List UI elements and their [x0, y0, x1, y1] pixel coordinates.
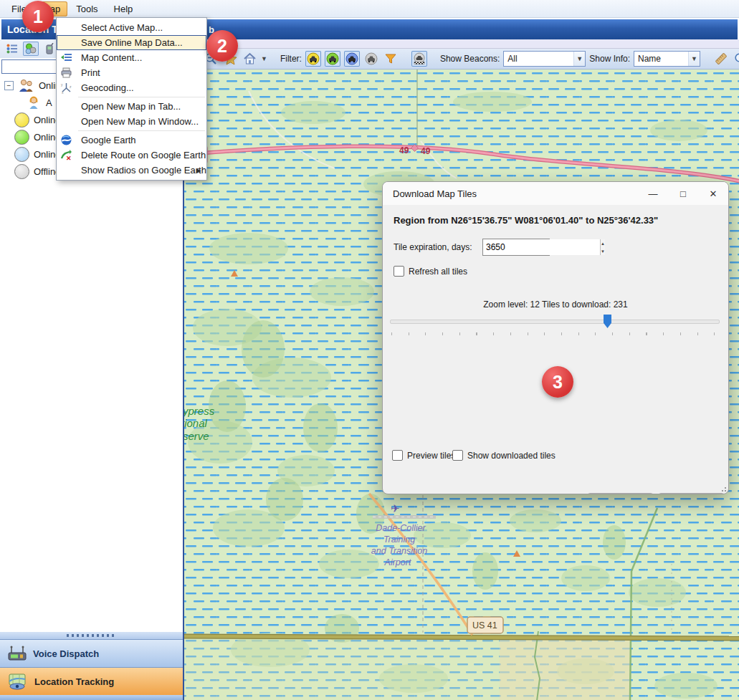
menu-separator [78, 130, 205, 131]
menu-tools[interactable]: Tools [69, 1, 105, 16]
minimize-button[interactable]: — [638, 182, 668, 205]
menu-item-label: Select Active Map... [81, 22, 163, 33]
show-routes-button[interactable] [411, 51, 427, 67]
filter-blue-vehicles-button[interactable] [344, 51, 360, 67]
menu-item-save-online-map-data[interactable]: Save Online Map Data... [57, 35, 206, 50]
dry-land-area [500, 639, 630, 700]
status-blue-icon [14, 147, 29, 162]
close-window-button[interactable]: ✕ [698, 182, 728, 205]
svg-text:z: z [70, 85, 72, 89]
info-dropdown[interactable]: Name ▼ [634, 51, 700, 67]
svg-text:Training: Training [383, 534, 415, 545]
route-vehicle-icon [413, 52, 426, 65]
dialog-title: Download Map Tiles [393, 188, 477, 199]
chevron-down-icon: ▼ [688, 52, 700, 66]
show-beacons-label: Show Beacons: [440, 54, 500, 64]
svg-text:y: y [61, 82, 63, 87]
menu-bar: File Map Tools Help [0, 0, 739, 18]
close-button[interactable]: Close [658, 493, 725, 494]
filter-label: Filter: [280, 54, 302, 64]
menu-item-geocoding[interactable]: y z x Geocoding... [57, 80, 206, 95]
blue-vehicle-icon [345, 52, 358, 65]
collapse-icon[interactable]: − [4, 81, 14, 90]
show-info-label: Show Info: [589, 54, 630, 64]
menu-item-label: Map Content... [81, 52, 142, 63]
panel-splitter[interactable] [0, 632, 183, 639]
spinner-buttons: ▲ ▼ [600, 239, 605, 255]
list-view-button[interactable] [4, 42, 20, 56]
sidebar-bottom-strip [0, 695, 183, 700]
map-content-icon [60, 52, 72, 64]
preview-tiles-checkbox[interactable]: Preview tiles [392, 450, 455, 461]
menu-item-open-new-map-in-tab[interactable]: Open New Map in Tab... [57, 99, 206, 114]
svg-text:serve: serve [184, 430, 209, 442]
zoom-slider-ticks [391, 332, 715, 335]
menu-item-map-content[interactable]: Map Content... [57, 50, 206, 65]
filter-funnel-button[interactable] [383, 51, 399, 67]
menu-item-google-earth[interactable]: Google Earth [57, 133, 206, 148]
svg-text:Airport: Airport [384, 557, 411, 567]
menu-item-label: Geocoding... [81, 82, 134, 93]
dialog-titlebar[interactable]: Download Map Tiles — □ ✕ [383, 182, 728, 205]
menu-item-label: Show Radios on Google Earth [81, 165, 206, 176]
home-dropdown-arrow[interactable]: ▼ [261, 55, 267, 62]
checkbox-box[interactable] [394, 266, 404, 277]
green-vehicle-icon [326, 52, 339, 65]
menu-item-open-new-map-in-window[interactable]: Open New Map in Window... [57, 114, 206, 129]
yellow-vehicle-icon [307, 52, 320, 65]
submenu-arrow-icon: ▶ [196, 167, 201, 174]
filter-yellow-vehicles-button[interactable] [305, 51, 321, 67]
delete-route-icon: ✕ [60, 149, 72, 161]
location-tracking-label: Location Tracking [34, 676, 114, 687]
menu-item-label: Google Earth [81, 135, 136, 145]
home-view-button[interactable] [242, 51, 257, 67]
filter-green-vehicles-button[interactable] [325, 51, 340, 67]
location-tracking-panel[interactable]: Location Tracking [0, 667, 183, 695]
voice-dispatch-label: Voice Dispatch [33, 648, 99, 659]
preview-tiles-label: Preview tiles [407, 451, 455, 461]
radio-device-icon [44, 43, 54, 54]
region-text: Region from N26°15'36.75" W081°06'01.40"… [394, 215, 658, 226]
splitter-handle-icon [67, 634, 117, 637]
menu-item-label: Save Online Map Data... [81, 37, 183, 48]
menu-item-show-radios-google-earth[interactable]: Show Radios on Google Earth ▶ [57, 163, 206, 178]
map-toolbar: ▼ Filter: [184, 49, 739, 69]
tile-expiration-input[interactable] [483, 239, 600, 255]
maximize-button[interactable]: □ [668, 182, 698, 205]
start-button[interactable]: Start [587, 493, 654, 494]
tree-label: A [46, 97, 52, 108]
checkbox-box[interactable] [392, 450, 403, 461]
voice-dispatch-panel[interactable]: Voice Dispatch [0, 639, 183, 667]
zoom-level-info: Zoom level: 12 Tiles to download: 231 [383, 299, 728, 310]
us41-shield-label: US 41 [472, 620, 497, 631]
map-panel-header: b [184, 19, 738, 39]
spin-down-icon[interactable]: ▼ [601, 247, 605, 255]
resize-grip[interactable] [720, 485, 727, 492]
refresh-all-tiles-checkbox[interactable]: Refresh all tiles [394, 266, 467, 277]
menu-item-label: Open New Map in Window... [81, 116, 199, 127]
measure-button[interactable] [713, 51, 729, 67]
callout-step-3: 3 [542, 366, 573, 398]
zoom-slider-track[interactable] [390, 320, 720, 324]
radio-list-button[interactable] [42, 42, 57, 56]
beacons-dropdown[interactable]: All ▼ [503, 51, 586, 67]
menu-help[interactable]: Help [107, 1, 140, 16]
status-green-icon [14, 130, 29, 145]
filter-gray-vehicles-button[interactable] [363, 51, 379, 67]
menu-item-delete-route-google-earth[interactable]: ✕ Delete Route on Google Earth [57, 148, 206, 163]
menu-item-select-active-map[interactable]: Select Active Map... [57, 20, 206, 35]
search-icon [734, 52, 739, 65]
show-downloaded-tiles-checkbox[interactable]: Show downloaded tiles [452, 450, 556, 461]
group-view-button[interactable] [23, 42, 39, 56]
checkbox-box[interactable] [452, 450, 463, 461]
home-icon [243, 52, 257, 65]
print-icon [60, 67, 72, 79]
zoom-slider-thumb[interactable] [604, 315, 611, 328]
beacons-value: All [507, 54, 517, 64]
find-button[interactable] [733, 51, 739, 67]
menu-item-label: Delete Route on Google Earth [81, 150, 206, 160]
spin-up-icon[interactable]: ▲ [601, 239, 605, 247]
sidebar-empty-area [0, 180, 183, 632]
menu-item-print[interactable]: Print [57, 65, 206, 80]
svg-text:ypress: ypress [184, 405, 215, 417]
